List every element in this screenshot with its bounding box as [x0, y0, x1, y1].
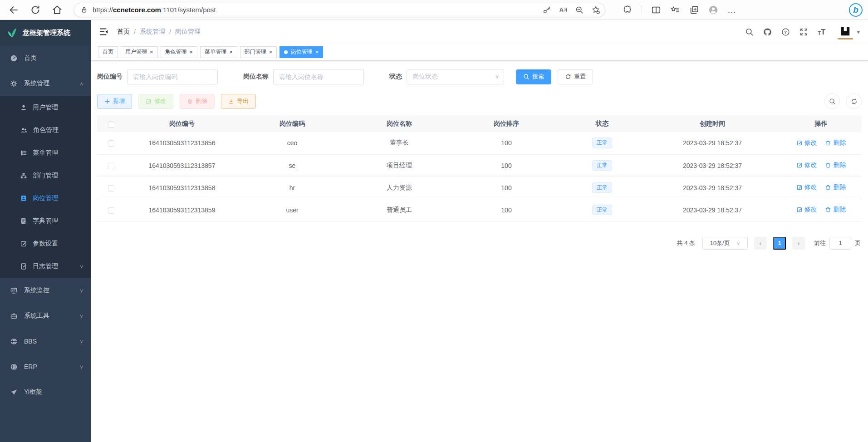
home-icon[interactable]	[52, 5, 63, 15]
close-icon[interactable]: ×	[150, 49, 153, 55]
sidebar-item-home[interactable]: 首页	[0, 45, 91, 71]
post-code-label: 岗位编号	[97, 73, 123, 81]
bing-copilot-icon[interactable]: b	[849, 3, 863, 17]
font-size-icon[interactable]: TT	[818, 28, 825, 36]
refresh-table-button[interactable]	[846, 93, 862, 109]
tab-user-mgmt[interactable]: 用户管理 ×	[121, 46, 158, 58]
row-edit-link[interactable]: 修改	[796, 183, 817, 192]
yi-logo-icon	[839, 25, 851, 37]
chevron-down-icon: ∨	[495, 74, 499, 80]
reset-button-label: 重置	[574, 73, 586, 81]
add-button[interactable]: 新增	[97, 94, 132, 109]
prev-page-button[interactable]: ‹	[754, 237, 767, 250]
status-label: 状态	[389, 73, 402, 81]
edit-icon	[796, 140, 803, 146]
sidebar-item-erp[interactable]: ERP ∨	[0, 354, 91, 379]
sidebar-item-user-mgmt[interactable]: 用户管理	[0, 96, 91, 119]
chevron-down-icon: ∨	[79, 364, 83, 370]
sidebar-item-log-mgmt[interactable]: 日志管理 ∨	[0, 255, 91, 278]
row-delete-link[interactable]: 删除	[825, 161, 846, 169]
sidebar-item-system-tools[interactable]: 系统工具 ∨	[0, 303, 91, 329]
tab-post-mgmt[interactable]: 岗位管理 ×	[280, 46, 323, 58]
sidebar-item-system[interactable]: 系统管理 ∧	[0, 71, 91, 96]
tab-role-mgmt[interactable]: 角色管理 ×	[161, 46, 198, 58]
table-header-row: 岗位编号 岗位编码 岗位名称 岗位排序 状态 创建时间 操作	[97, 115, 862, 132]
search-icon[interactable]	[745, 28, 754, 36]
download-icon	[228, 98, 234, 104]
back-icon[interactable]	[8, 5, 19, 15]
table-row: 1641030593112313858 hr 人力资源 100 正常 2023-…	[97, 177, 862, 199]
page-1-button[interactable]: 1	[773, 237, 786, 250]
export-button[interactable]: 导出	[221, 94, 256, 109]
post-name-input[interactable]	[273, 69, 364, 84]
browser-menu-icon[interactable]: …	[727, 8, 736, 12]
row-delete-link[interactable]: 删除	[825, 206, 846, 214]
sidebar-item-label: 日志管理	[33, 262, 58, 270]
row-delete-link[interactable]: 删除	[825, 183, 846, 192]
close-icon[interactable]: ×	[315, 49, 319, 55]
page-size-select[interactable]: 10条/页 ∨	[702, 237, 748, 250]
status-select[interactable]: 岗位状态 ∨	[407, 69, 504, 84]
extensions-icon[interactable]	[623, 5, 633, 15]
add-favorite-star-icon[interactable]	[591, 5, 600, 15]
row-checkbox[interactable]	[108, 140, 114, 147]
profile-avatar-icon[interactable]	[708, 5, 718, 15]
menu-tree-icon	[20, 149, 27, 157]
sidebar-item-bbs[interactable]: BBS ∨	[0, 329, 91, 354]
globe-icon	[10, 338, 18, 345]
reset-button[interactable]: 重置	[558, 69, 593, 84]
row-checkbox[interactable]	[108, 185, 114, 192]
row-edit-link[interactable]: 修改	[796, 139, 817, 147]
password-key-icon[interactable]	[542, 5, 551, 15]
row-edit-link[interactable]: 修改	[796, 161, 817, 169]
row-checkbox[interactable]	[108, 207, 114, 214]
collections-icon[interactable]	[689, 5, 699, 15]
sidebar-fold-icon[interactable]	[99, 27, 109, 37]
address-bar[interactable]: https://ccnetcore.com:1101/system/post A	[74, 3, 605, 17]
tab-dept-mgmt[interactable]: 部门管理 ×	[240, 46, 277, 58]
sidebar-item-dept-mgmt[interactable]: 部门管理	[0, 164, 91, 187]
sidebar-item-param-settings[interactable]: 参数设置	[0, 232, 91, 255]
sidebar-item-menu-mgmt[interactable]: 菜单管理	[0, 142, 91, 164]
close-icon[interactable]: ×	[229, 49, 233, 55]
favorites-bar-icon[interactable]	[670, 5, 680, 15]
sidebar-item-post-mgmt[interactable]: 岗位管理	[0, 187, 91, 210]
goto-page-input[interactable]	[829, 237, 851, 250]
delete-button[interactable]: 删除	[180, 94, 215, 109]
tab-label: 菜单管理	[205, 48, 226, 56]
sidebar-item-label: 菜单管理	[33, 149, 58, 157]
fullscreen-icon[interactable]	[799, 28, 808, 36]
trash-icon	[825, 206, 831, 213]
sidebar-item-yi-framework[interactable]: Yi框架	[0, 379, 91, 405]
breadcrumb-home[interactable]: 首页	[117, 28, 130, 36]
post-code-input[interactable]	[127, 69, 218, 84]
row-edit-link[interactable]: 修改	[796, 206, 817, 214]
chevron-down-icon: ∨	[79, 288, 83, 294]
plus-icon	[104, 98, 110, 104]
tab-home[interactable]: 首页	[98, 46, 118, 58]
sidebar-item-dict-mgmt[interactable]: 字典管理	[0, 210, 91, 232]
row-delete-link[interactable]: 删除	[825, 139, 846, 147]
close-icon[interactable]: ×	[190, 49, 193, 55]
zoom-out-icon[interactable]	[575, 5, 584, 15]
row-checkbox[interactable]	[108, 163, 114, 169]
dashboard-icon	[10, 54, 18, 62]
select-all-checkbox[interactable]	[108, 121, 114, 128]
refresh-icon[interactable]	[30, 5, 41, 15]
show-search-toggle-button[interactable]	[824, 93, 840, 109]
search-button[interactable]: 搜索	[516, 69, 551, 84]
edit-button[interactable]: 修改	[138, 94, 173, 109]
help-icon[interactable]: ?	[781, 28, 790, 36]
delete-button-label: 删除	[196, 97, 207, 105]
sidebar-item-system-monitor[interactable]: 系统监控 ∨	[0, 278, 91, 303]
cell-created-time: 2023-03-29 18:52:37	[644, 154, 780, 177]
split-screen-icon[interactable]	[651, 5, 661, 15]
tab-menu-mgmt[interactable]: 菜单管理 ×	[200, 46, 237, 58]
sidebar-item-role-mgmt[interactable]: 角色管理	[0, 119, 91, 142]
next-page-button[interactable]: ›	[792, 237, 805, 250]
close-icon[interactable]: ×	[269, 49, 273, 55]
tab-label: 岗位管理	[290, 48, 312, 56]
github-icon[interactable]	[763, 28, 772, 36]
read-aloud-icon[interactable]: A	[559, 5, 568, 15]
user-avatar-menu[interactable]: ▾	[838, 24, 860, 39]
